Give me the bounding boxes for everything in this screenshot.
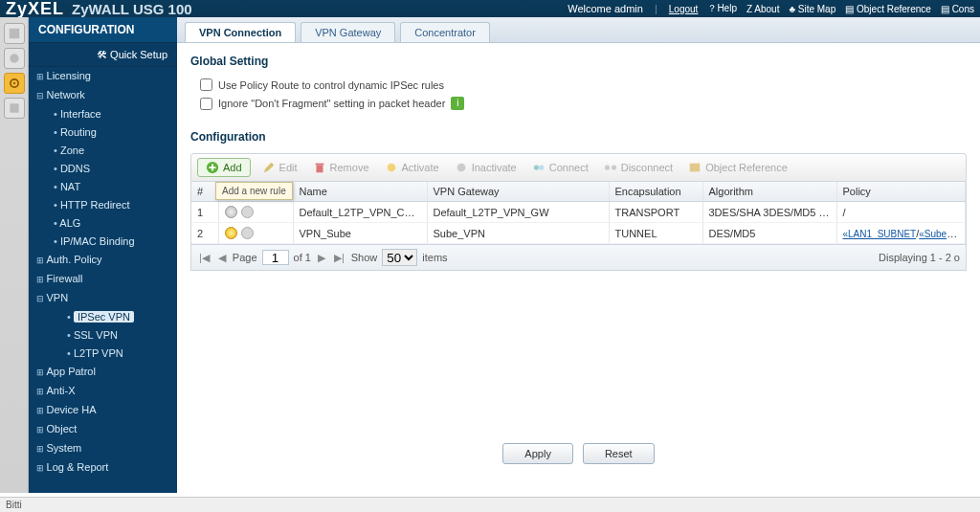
sidebar-item-log-report[interactable]: Log & Report [29,458,177,478]
svg-point-13 [612,165,616,169]
sidebar-item-licensing[interactable]: Licensing [29,67,177,86]
table-row[interactable]: 1Default_L2TP_VPN_ConnectionDefault_L2TP… [191,202,966,223]
of-label: of 1 [294,252,311,263]
sidebar-title: CONFIGURATION [29,17,177,43]
rail-maintenance-icon[interactable] [4,98,25,119]
sidebar-item-vpn[interactable]: VPN [29,289,177,308]
help-link[interactable]: ？Help [707,2,737,15]
first-page-icon[interactable]: |◀ [197,252,212,264]
ignore-fragment-checkbox[interactable] [200,98,212,110]
object-ref-button[interactable]: Object Reference [684,159,791,176]
page-input[interactable] [262,250,289,265]
policy-link[interactable]: «LAN1_SUBNET [843,229,917,239]
add-button[interactable]: Add [197,158,251,177]
sidebar-item-nat[interactable]: NAT [29,178,177,196]
sidebar-item-label: Zone [60,145,84,156]
tab-concentrator[interactable]: Concentrator [400,22,490,42]
quick-setup[interactable]: 🛠 Quick Setup [29,43,177,67]
plus-icon [206,161,219,174]
grid-header-row: # St Name VPN Gateway Encapsulation Algo… [191,182,966,202]
remove-button[interactable]: Remove [309,159,373,176]
bulb-on-icon [385,161,398,174]
objref-link[interactable]: ▤ Object Reference [845,4,931,14]
col-policy[interactable]: Policy [836,182,966,202]
trash-icon [313,161,326,174]
svg-point-12 [605,165,610,169]
sidebar-item-label: Interface [60,108,101,120]
apply-button[interactable]: Apply [502,443,573,464]
sidebar-item-anti-x[interactable]: Anti-X [29,382,177,401]
vpn-grid: # St Name VPN Gateway Encapsulation Algo… [190,182,967,271]
sidebar-item-zone[interactable]: Zone [29,142,177,160]
table-row[interactable]: 2VPN_SubeSube_VPNTUNNELDES/MD5«LAN1_SUBN… [191,223,966,244]
show-label: Show [351,252,378,263]
rail-config-icon[interactable] [4,73,25,94]
page-label: Page [233,252,257,263]
link-status-icon [241,227,254,239]
disconnect-button[interactable]: Disconnect [600,159,677,176]
prev-page-icon[interactable]: ◀ [216,252,228,264]
logout-link[interactable]: Logout [669,4,699,14]
top-menu: Welcome admin | Logout ？Help Z About ♣ S… [568,2,974,15]
hint-icon[interactable]: i [451,97,464,110]
sidebar-item-label: Object [47,423,78,434]
sidebar-item-ip-mac-binding[interactable]: IP/MAC Binding [29,233,177,251]
inactivate-button[interactable]: Inactivate [451,159,521,176]
sidebar-item-firewall[interactable]: Firewall [29,270,177,289]
sidebar-item-ssl-vpn[interactable]: SSL VPN [29,326,177,345]
sidebar-item-http-redirect[interactable]: HTTP Redirect [29,196,177,214]
sidebar: CONFIGURATION 🛠 Quick Setup LicensingNet… [29,17,177,493]
sidebar-item-label: SSL VPN [74,329,118,341]
sidebar-item-ddns[interactable]: DDNS [29,160,177,178]
ignore-fragment-label: Ignore "Don't Fragment" setting in packe… [218,98,445,109]
ignore-fragment-checkbox-row: Ignore "Don't Fragment" setting in packe… [190,94,967,113]
console-link[interactable]: ▤ Cons [941,4,974,14]
last-page-icon[interactable]: ▶| [332,252,346,264]
sidebar-item-routing[interactable]: Routing [29,123,177,142]
sidebar-item-system[interactable]: System [29,439,177,458]
objref-icon [688,161,702,174]
connect-button[interactable]: Connect [528,159,592,176]
sidebar-item-auth-policy[interactable]: Auth. Policy [29,251,177,270]
svg-point-1 [10,54,18,62]
sitemap-link[interactable]: ♣ Site Map [789,4,835,14]
sidebar-item-app-patrol[interactable]: App Patrol [29,363,177,382]
tab-bar: VPN Connection VPN Gateway Concentrator [177,17,980,43]
sidebar-item-ipsec-vpn[interactable]: IPSec VPN [29,308,177,326]
sidebar-item-alg[interactable]: ALG [29,214,177,233]
sidebar-item-network[interactable]: Network [29,86,177,105]
welcome-text: Welcome admin [568,3,643,14]
sidebar-item-device-ha[interactable]: Device HA [29,401,177,420]
sidebar-item-interface[interactable]: Interface [29,105,177,123]
sidebar-item-l2tp-vpn[interactable]: L2TP VPN [29,345,177,363]
rail-monitor-icon[interactable] [4,48,25,69]
activate-button[interactable]: Activate [381,159,443,176]
col-encap[interactable]: Encapsulation [609,182,702,202]
page-size-select[interactable]: 50 [382,249,417,266]
svg-point-10 [534,165,539,169]
col-gateway[interactable]: VPN Gateway [427,182,609,202]
status-bulb-icon [225,227,237,239]
next-page-icon[interactable]: ▶ [316,252,327,264]
policy-link[interactable]: «Sube_Network [919,228,965,239]
about-link[interactable]: Z About [746,4,779,14]
policy-route-label: Use Policy Route to control dynamic IPSe… [218,79,444,91]
col-num[interactable]: # [191,182,218,202]
link-status-icon [241,206,254,218]
sidebar-item-label: Routing [60,126,97,138]
brand: ZyXEL ZyWALL USG 100 [6,0,192,19]
edit-button[interactable]: Edit [258,159,301,176]
global-setting-title: Global Setting [190,55,967,68]
sidebar-item-object[interactable]: Object [29,420,177,439]
col-name[interactable]: Name [293,182,427,202]
policy-route-checkbox[interactable] [200,78,212,91]
rail-dashboard-icon[interactable] [4,23,25,44]
reset-button[interactable]: Reset [583,443,655,464]
sidebar-item-label: Firewall [47,273,83,284]
tab-vpn-connection[interactable]: VPN Connection [185,22,296,42]
toolbar: Add Edit Remove Activate [190,153,967,182]
svg-rect-6 [316,165,323,172]
svg-point-11 [539,165,544,169]
col-algorithm[interactable]: Algorithm [702,182,836,202]
tab-vpn-gateway[interactable]: VPN Gateway [301,22,395,42]
